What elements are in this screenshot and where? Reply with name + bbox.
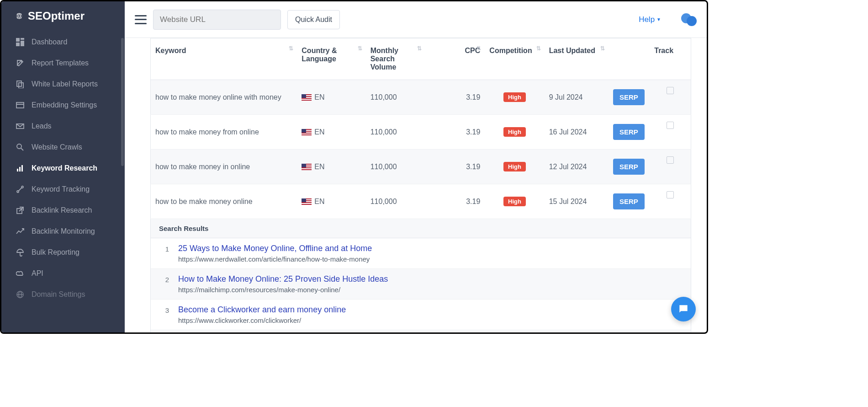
svg-line-17 [19, 188, 22, 191]
sidebar-item-backlink-monitoring[interactable]: Backlink Monitoring [1, 221, 125, 242]
cell-last-updated: 15 Jul 2024 [545, 184, 609, 219]
cell-country-lang: EN [297, 80, 365, 115]
sidebar-item-keyword-tracking[interactable]: Keyword Tracking [1, 179, 125, 200]
track-checkbox[interactable] [667, 122, 674, 129]
cell-serp: SERP [609, 184, 650, 219]
result-title-link[interactable]: How to Make Money Online: 25 Proven Side… [178, 274, 680, 284]
help-label: Help [639, 15, 655, 24]
sidebar-item-white-label[interactable]: White Label Reports [1, 74, 125, 95]
sidebar-item-domain-settings[interactable]: Domain Settings [1, 284, 125, 305]
cell-competition: High [485, 115, 544, 150]
sidebar-item-website-crawls[interactable]: Website Crawls [1, 137, 125, 158]
cloud-icon [16, 269, 24, 278]
sidebar-item-embedding[interactable]: Embedding Settings [1, 95, 125, 116]
sidebar-scrollbar[interactable] [121, 38, 124, 166]
track-checkbox[interactable] [667, 156, 674, 164]
cell-competition: High [485, 184, 544, 219]
competition-badge: High [503, 92, 526, 102]
svg-rect-7 [16, 102, 24, 108]
track-icon [16, 185, 24, 193]
header-cpc[interactable]: CPC⇅ [425, 38, 485, 80]
sort-icon: ⇅ [417, 47, 422, 50]
sidebar-item-keyword-research[interactable]: Keyword Research [1, 158, 125, 179]
cell-cpc: 3.19 [425, 80, 485, 115]
sort-icon: ⇅ [600, 47, 605, 50]
serp-button[interactable]: SERP [613, 89, 645, 105]
search-results-header: Search Results [151, 219, 691, 238]
cell-keyword: how to make money in online [151, 150, 297, 184]
table-row: how to make money in online EN 110,000 3… [151, 150, 691, 184]
competition-badge: High [503, 162, 526, 171]
sidebar-item-dashboard[interactable]: Dashboard [1, 32, 125, 53]
table-row: how to be make money online EN 110,000 3… [151, 184, 691, 219]
table-row: how to make money online with money EN 1… [151, 80, 691, 115]
cell-country-lang: EN [297, 184, 365, 219]
sidebar-item-leads[interactable]: Leads [1, 116, 125, 137]
svg-rect-12 [17, 169, 18, 171]
result-title-link[interactable]: Become a Clickworker and earn money onli… [178, 305, 680, 315]
website-url-input[interactable] [153, 10, 281, 30]
globe-icon [16, 290, 24, 299]
gear-arrows-icon [15, 12, 23, 20]
dashboard-icon [16, 38, 24, 46]
cell-last-updated: 16 Jul 2024 [545, 115, 609, 150]
cell-serp: SERP [609, 150, 650, 184]
sidebar-item-label: Keyword Research [32, 164, 97, 172]
sidebar-item-label: Keyword Tracking [32, 185, 90, 193]
svg-rect-13 [19, 167, 21, 171]
line-chart-icon [16, 227, 24, 236]
topbar: Quick Audit Help ▼ [125, 1, 707, 38]
cell-track [650, 184, 691, 219]
result-rank: 1 [162, 244, 169, 263]
menu-toggle-icon[interactable] [135, 15, 147, 24]
edit-icon [16, 59, 24, 67]
header-last-updated[interactable]: Last Updated⇅ [545, 38, 609, 80]
svg-rect-4 [16, 43, 20, 46]
user-avatars[interactable] [681, 13, 697, 26]
external-icon [16, 206, 24, 214]
cell-serp: SERP [609, 115, 650, 150]
quick-audit-button[interactable]: Quick Audit [287, 10, 340, 29]
track-checkbox[interactable] [667, 191, 674, 198]
svg-point-10 [17, 144, 21, 149]
serp-button[interactable]: SERP [613, 193, 645, 209]
sidebar-item-label: Leads [32, 122, 52, 130]
cell-competition: High [485, 80, 544, 115]
sidebar-item-bulk-reporting[interactable]: Bulk Reporting [1, 242, 125, 263]
result-url: https://www.nerdwallet.com/article/finan… [178, 255, 680, 263]
sidebar-nav: Dashboard Report Templates White Label R… [1, 32, 125, 332]
cell-competition: High [485, 150, 544, 184]
sort-icon: ⇅ [536, 47, 541, 50]
header-competition[interactable]: Competition⇅ [485, 38, 544, 80]
search-results-panel: Search Results 1 25 Ways to Make Money O… [150, 219, 691, 332]
help-dropdown[interactable]: Help ▼ [639, 15, 661, 24]
sidebar-item-report-templates[interactable]: Report Templates [1, 53, 125, 74]
result-rank: 2 [162, 274, 169, 294]
chat-widget-button[interactable] [671, 297, 696, 321]
cell-keyword: how to be make money online [151, 184, 297, 219]
serp-button[interactable]: SERP [613, 159, 645, 175]
sidebar-item-backlink-research[interactable]: Backlink Research [1, 200, 125, 221]
sidebar-item-api[interactable]: API [1, 263, 125, 284]
sidebar: SEOptimer Dashboard Report Templates Whi… [1, 1, 125, 332]
search-result-row: 1 25 Ways to Make Money Online, Offline … [151, 238, 691, 269]
header-msv[interactable]: Monthly Search Volume⇅ [366, 38, 425, 80]
header-keyword[interactable]: Keyword⇅ [151, 38, 297, 80]
table-row: how to make money from online EN 110,000… [151, 115, 691, 150]
cell-cpc: 3.19 [425, 184, 485, 219]
result-title-link[interactable]: 25 Ways to Make Money Online, Offline an… [178, 244, 680, 253]
serp-button[interactable]: SERP [613, 124, 645, 140]
brand-logo[interactable]: SEOptimer [1, 1, 125, 32]
header-track: Track [650, 38, 691, 80]
sort-icon: ⇅ [358, 47, 362, 50]
cell-cpc: 3.19 [425, 150, 485, 184]
mail-icon [16, 122, 24, 130]
search-result-row: 4 The 7 Best Ways To Make Money Online F… [151, 330, 691, 332]
svg-point-15 [17, 191, 19, 193]
header-country-lang[interactable]: Country & Language⇅ [297, 38, 365, 80]
track-checkbox[interactable] [667, 87, 674, 94]
competition-badge: High [503, 127, 526, 137]
sidebar-item-label: API [32, 269, 43, 278]
result-url: https://mailchimp.com/resources/make-mon… [178, 286, 680, 294]
caret-down-icon: ▼ [656, 17, 661, 22]
